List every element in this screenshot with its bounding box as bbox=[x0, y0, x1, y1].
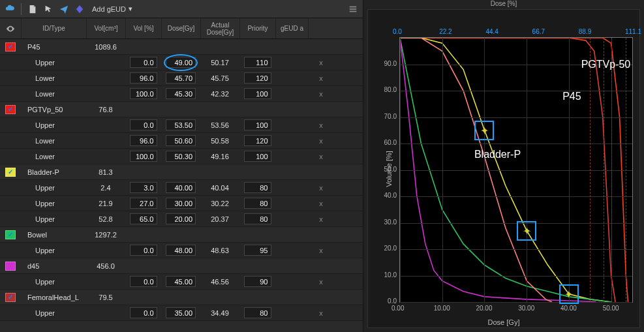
vol-pct-input[interactable] bbox=[130, 151, 157, 162]
dose-input[interactable] bbox=[166, 57, 196, 68]
diamond-icon[interactable] bbox=[74, 3, 85, 15]
structure-row[interactable]: Bladder-P 81.3 bbox=[0, 164, 363, 180]
priority-input[interactable] bbox=[244, 213, 271, 224]
delete-objective-button[interactable]: x bbox=[308, 200, 334, 207]
delete-objective-button[interactable]: x bbox=[308, 215, 334, 223]
vol-pct-input[interactable] bbox=[130, 119, 157, 130]
delete-objective-button[interactable]: x bbox=[308, 121, 334, 129]
dose-input[interactable] bbox=[166, 307, 196, 318]
structure-row[interactable]: d45 456.0 bbox=[0, 258, 363, 274]
dose-input[interactable] bbox=[166, 182, 196, 193]
structure-volume: 79.5 bbox=[86, 294, 125, 301]
y-tick: 60.0 bbox=[382, 139, 397, 146]
dose-input[interactable] bbox=[166, 72, 196, 83]
dose-input[interactable] bbox=[166, 119, 196, 130]
volpct-column-header[interactable]: Vol [%] bbox=[125, 18, 161, 38]
vol-pct-input[interactable] bbox=[130, 276, 157, 287]
delete-objective-button[interactable]: x bbox=[308, 278, 334, 286]
dose-input[interactable] bbox=[166, 276, 196, 287]
actual-dose: 30.22 bbox=[200, 200, 239, 207]
objective-type: Lower bbox=[21, 137, 86, 145]
actualdose-column-header[interactable]: Actual Dose[Gy] bbox=[200, 18, 239, 38]
geuda-column-header[interactable]: gEUD a bbox=[275, 18, 308, 38]
column-header-row: ID/Type Vol[cm³] Vol [%] Dose[Gy] Actual… bbox=[0, 18, 363, 39]
vol-pct-input[interactable] bbox=[130, 135, 157, 146]
structure-volume: 76.8 bbox=[86, 106, 125, 113]
delete-objective-button[interactable]: x bbox=[308, 74, 334, 82]
objective-type: Upper bbox=[21, 184, 86, 192]
dose-input[interactable] bbox=[166, 135, 196, 146]
priority-input[interactable] bbox=[244, 135, 271, 146]
objective-row: Lower 45.75 x bbox=[0, 70, 363, 86]
objective-type: Upper bbox=[21, 59, 86, 67]
structure-volume: 456.0 bbox=[86, 262, 125, 270]
y-tick: 10.0 bbox=[382, 271, 397, 279]
dvh-chart[interactable]: ✦✦✦PGTVp-50P45Bladder-P Volume [%] Dose … bbox=[367, 9, 640, 328]
priority-input[interactable] bbox=[244, 182, 271, 193]
priority-input[interactable] bbox=[244, 151, 271, 162]
delete-objective-button[interactable]: x bbox=[308, 247, 334, 254]
x2-tick: 44.4 bbox=[485, 28, 498, 35]
y-tick: 70.0 bbox=[382, 113, 397, 120]
structure-swatch[interactable] bbox=[5, 293, 16, 302]
priority-column-header[interactable]: Priority bbox=[239, 18, 275, 38]
priority-input[interactable] bbox=[244, 72, 271, 83]
priority-input[interactable] bbox=[244, 307, 271, 318]
volcm3-column-header[interactable]: Vol[cm³] bbox=[86, 18, 125, 38]
y-tick: 90.0 bbox=[382, 60, 397, 67]
vol-pct-input[interactable] bbox=[130, 182, 157, 193]
priority-input[interactable] bbox=[244, 198, 271, 209]
delete-objective-button[interactable]: x bbox=[308, 153, 334, 160]
vol-pct-input[interactable] bbox=[130, 213, 157, 224]
objective-type: Upper bbox=[21, 121, 86, 129]
vol-pct-input[interactable] bbox=[130, 198, 157, 209]
structure-swatch[interactable] bbox=[5, 262, 16, 271]
structure-swatch[interactable] bbox=[5, 105, 16, 114]
vol-pct-input[interactable] bbox=[130, 72, 157, 83]
id-column-header[interactable]: ID/Type bbox=[21, 18, 86, 38]
delete-objective-button[interactable]: x bbox=[308, 59, 334, 67]
objective-row: Upper 46.56 x bbox=[0, 274, 363, 290]
x2-tick: 88.9 bbox=[579, 28, 591, 35]
delete-objective-button[interactable]: x bbox=[308, 184, 334, 192]
delete-objective-button[interactable]: x bbox=[308, 90, 334, 98]
dose-input[interactable] bbox=[166, 213, 196, 224]
svg-rect-2 bbox=[350, 10, 357, 12]
priority-input[interactable] bbox=[244, 276, 271, 287]
send-icon[interactable] bbox=[58, 3, 70, 15]
structure-row[interactable]: FemoralHead_L 79.5 bbox=[0, 290, 363, 305]
priority-input[interactable] bbox=[244, 88, 271, 99]
add-geud-button[interactable]: Add gEUD ▾ bbox=[89, 3, 135, 14]
priority-input[interactable] bbox=[244, 119, 271, 130]
vol-pct-input[interactable] bbox=[130, 245, 157, 256]
x-tick: 20.00 bbox=[476, 305, 492, 312]
dose-input[interactable] bbox=[166, 88, 196, 99]
structure-row[interactable]: PGTVp_50 76.8 bbox=[0, 102, 363, 117]
page-icon[interactable] bbox=[27, 3, 38, 15]
structure-row[interactable]: P45 1089.6 bbox=[0, 39, 363, 55]
structure-swatch[interactable] bbox=[5, 168, 16, 177]
actual-dose: 45.75 bbox=[200, 74, 239, 82]
dose-input[interactable] bbox=[166, 245, 196, 256]
menu-icon[interactable] bbox=[347, 3, 359, 15]
dose-column-header[interactable]: Dose[Gy] bbox=[161, 18, 200, 38]
vol-pct-input[interactable] bbox=[130, 57, 157, 68]
objective-type: Upper bbox=[21, 247, 86, 254]
delete-objective-button[interactable]: x bbox=[308, 137, 334, 145]
priority-input[interactable] bbox=[244, 245, 271, 256]
vol-pct-input[interactable] bbox=[130, 88, 157, 99]
dose-input[interactable] bbox=[166, 151, 196, 162]
objective-type: Upper bbox=[21, 215, 86, 223]
vol-pct-input[interactable] bbox=[130, 307, 157, 318]
cursor-icon[interactable] bbox=[42, 3, 54, 15]
dose-input[interactable] bbox=[166, 198, 196, 209]
structure-swatch[interactable] bbox=[5, 230, 16, 239]
structure-swatch[interactable] bbox=[5, 42, 16, 52]
cloud-icon[interactable] bbox=[4, 3, 16, 15]
structure-row[interactable]: Bowel 1297.2 bbox=[0, 227, 363, 243]
objective-type: Lower bbox=[21, 153, 86, 160]
eye-column-header bbox=[0, 18, 21, 38]
actual-dose: 40.04 bbox=[200, 184, 239, 192]
delete-objective-button[interactable]: x bbox=[308, 309, 334, 317]
priority-input[interactable] bbox=[244, 57, 271, 68]
